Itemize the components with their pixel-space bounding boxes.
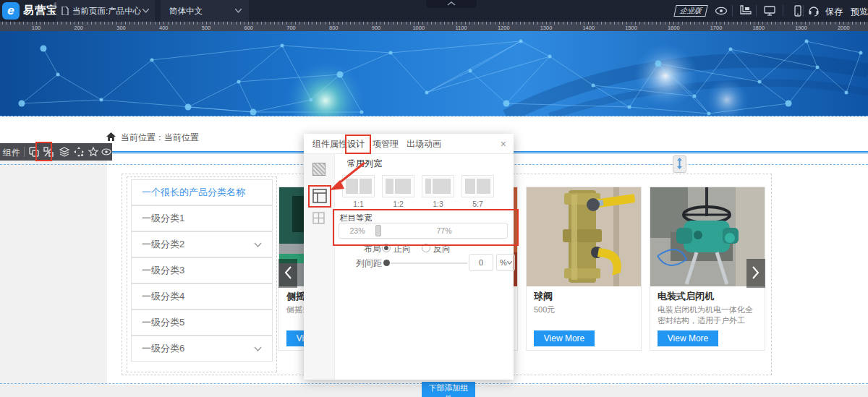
ruler-tick [100,22,101,25]
width-preset-5:7[interactable] [461,175,494,197]
ruler-tick [771,22,772,25]
category-item-7[interactable]: 一级分类6 [131,336,273,362]
ruler-tick [23,22,24,25]
preset-column [395,179,411,194]
ruler-tick [70,22,71,25]
chevron-left-icon [284,266,292,279]
view-more-button[interactable]: View More [534,330,595,346]
preset-column [425,179,431,194]
ruler-label: 600 [244,25,253,31]
ruler-tick [299,22,300,25]
category-item-6[interactable]: 一级分类5 [131,310,273,336]
ruler-tick [435,22,436,25]
hero-banner-image [0,31,868,116]
ruler-tick [440,22,441,25]
category-item-5[interactable]: 一级分类4 [131,283,273,310]
panel-tab-1[interactable]: 组件属性 [312,134,347,154]
gap-slider-track[interactable] [391,262,467,264]
product-title: 电装式启闭机 [658,290,759,303]
ruler-tick [864,22,865,25]
width-preset-label: 1:1 [342,200,375,208]
preview-eye-icon[interactable] [715,4,728,17]
carousel-prev-button[interactable] [278,259,297,288]
section-divider-dashed-top [0,116,868,116]
guides-icon[interactable] [739,4,752,17]
add-component-below-button[interactable]: 下部添加组件 [422,382,475,397]
ruler-tick [44,22,45,25]
desktop-view-icon[interactable] [763,4,776,17]
ruler-tick [388,22,389,25]
move-component-icon[interactable] [73,146,85,158]
ruler-label: 500 [202,25,211,31]
category-item-1[interactable]: 一个很长的产品分类名称 [131,179,273,205]
ruler-tick [14,22,15,25]
visibility-icon[interactable] [101,146,112,158]
ruler-tick [410,22,411,25]
component-toolbar: 组件 [0,143,112,161]
ruler-tick [10,22,11,25]
ruler-tick [384,22,385,25]
ruler-tick [193,22,194,25]
gap-slider-handle[interactable] [383,260,390,266]
carousel-next-button[interactable] [746,259,765,288]
ruler-tick [427,22,427,25]
ruler-tick [184,22,185,25]
ruler-tick [469,22,470,25]
ruler-tick [304,22,305,25]
ruler-tick [537,22,538,25]
ruler-tick [639,22,640,25]
ruler-tick [856,22,856,25]
preview-button[interactable]: 预览 [851,6,868,18]
ruler-tick [354,22,355,25]
view-more-button[interactable]: View More [658,330,718,346]
section-reorder-handle[interactable] [673,155,686,173]
chevron-right-icon [752,266,760,279]
ruler-tick [733,22,733,25]
preset-column [433,179,451,194]
ruler-tick [308,22,309,25]
ruler-tick [397,22,398,25]
header-collapse-tab[interactable] [426,0,477,8]
ruler-tick [138,22,139,25]
close-icon[interactable]: × [501,138,506,150]
ruler-tick [767,22,767,25]
chevron-down-icon [235,9,242,13]
ruler-tick [490,22,491,25]
width-preset-1:3[interactable] [422,175,454,197]
panel-tab-3[interactable]: 项管理 [373,134,399,154]
language-selector-dropdown[interactable]: 简体中文 [161,0,249,22]
grid-spacing-icon[interactable] [312,212,325,224]
favorite-star-icon[interactable] [88,146,99,158]
category-label: 一个很长的产品分类名称 [142,180,245,205]
category-label: 一级分类6 [142,336,184,361]
page-selector-dropdown[interactable]: 当前页面:产品中心 [56,0,155,22]
category-item-3[interactable]: 一级分类2 [131,231,273,257]
ruler-tick [563,22,563,25]
gap-value-input[interactable] [469,254,493,271]
ruler-label: 2000 [838,25,850,31]
ruler-tick [342,22,343,25]
category-item-2[interactable]: 一级分类1 [131,205,273,231]
ruler-tick [614,22,615,25]
width-preset-label: 1:3 [422,200,454,208]
ruler-tick [690,22,691,25]
header-separator [756,5,757,17]
ruler-label: 700 [286,25,296,31]
ruler-tick [524,22,525,25]
chevron-down-icon [254,242,262,247]
gap-unit-select[interactable]: % [496,254,515,271]
ruler-tick [478,22,479,25]
panel-tab-4[interactable]: 出场动画 [407,134,441,154]
ruler-tick [516,22,516,25]
save-button[interactable]: 保存 [825,6,843,18]
category-item-4[interactable]: 一级分类3 [131,257,273,283]
ruler-tick [274,22,275,25]
product-card: 球阀500元View More [526,187,642,351]
ruler-tick [61,22,62,25]
toolbar-separator [24,147,25,157]
ruler-tick [567,22,568,25]
support-headset-icon[interactable] [807,4,820,17]
width-preset-1:2[interactable] [382,175,414,197]
layers-icon[interactable] [59,146,70,158]
ruler-tick [728,22,729,25]
